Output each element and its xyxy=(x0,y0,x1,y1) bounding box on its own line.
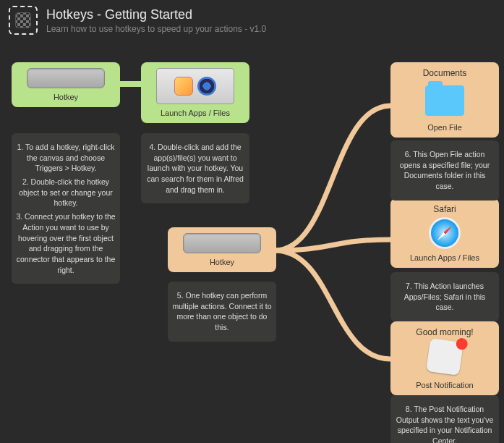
workflow-subtitle: Learn how to use hotkeys to speed up you… xyxy=(46,24,266,34)
caption-1: 1. To add a hotkey, right-click the canv… xyxy=(12,133,120,284)
node-label: Hotkey xyxy=(54,93,78,101)
onepassword-icon xyxy=(197,77,216,96)
hotkey-field[interactable] xyxy=(183,233,261,253)
app-icon xyxy=(174,77,193,96)
app-preview xyxy=(156,68,234,104)
node-label: Post Notification xyxy=(416,381,473,389)
node-title: Good morning! xyxy=(416,327,473,337)
caption-4: 4. Double-click and add the app(s)/file(… xyxy=(141,133,249,203)
post-notification-node[interactable]: Good morning! Post Notification xyxy=(390,321,499,395)
workflow-header: Hotkeys - Getting Started Learn how to u… xyxy=(0,0,504,41)
caption-5: 5. One hotkey can perform multiple actio… xyxy=(168,282,276,342)
hotkey-node-2[interactable]: Hotkey xyxy=(168,227,276,272)
safari-icon xyxy=(429,217,461,249)
workflow-icon xyxy=(9,6,38,35)
node-label: Open File xyxy=(427,123,462,132)
node-label: Launch Apps / Files xyxy=(410,253,479,262)
workflow-canvas[interactable]: Hotkey Launch Apps / Files Hotkey Docume… xyxy=(0,41,504,443)
node-title: Safari xyxy=(433,204,456,214)
notification-icon xyxy=(426,338,464,376)
hotkey-node-1[interactable]: Hotkey xyxy=(12,62,120,107)
safari-launch-node[interactable]: Safari Launch Apps / Files xyxy=(390,198,499,268)
notification-badge-icon xyxy=(456,337,469,350)
caption-6: 6. This Open File action opens a specifi… xyxy=(390,140,499,201)
launch-apps-node-1[interactable]: Launch Apps / Files xyxy=(141,62,249,123)
caption-8: 8. The Post Notification Output shows th… xyxy=(390,395,499,443)
workflow-title: Hotkeys - Getting Started xyxy=(46,7,266,22)
hotkey-field[interactable] xyxy=(27,68,105,88)
caption-7: 7. This Action launches Apps/Files; Safa… xyxy=(390,272,499,321)
node-title: Documents xyxy=(423,68,467,78)
open-file-node[interactable]: Documents Open File xyxy=(390,62,499,138)
node-label: Launch Apps / Files xyxy=(161,109,230,117)
node-label: Hotkey xyxy=(210,258,234,266)
folder-icon xyxy=(425,85,464,116)
